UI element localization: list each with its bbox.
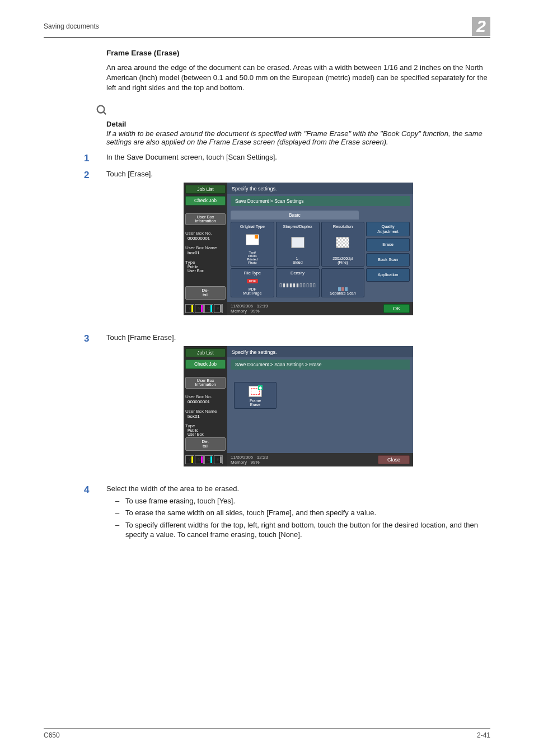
detail-text: If a width to be erased around the docum… [106,129,483,146]
svg-line-1 [104,111,106,114]
detail-icon [95,104,490,118]
footer-memory-value: 99% [251,309,260,314]
simplex-duplex-button[interactable]: Simplex/Duplex 1- Sided [276,222,320,267]
resolution-button[interactable]: Resolution 200x200dpi (Fine) [321,222,365,267]
check-job-button[interactable]: Check Job [185,196,226,206]
step-number: 3 [84,333,106,479]
application-button[interactable]: Application [366,268,410,282]
footer-memory-label: Memory [231,309,247,314]
type-value: Public User Box [185,265,226,273]
footer-date: 11/20/2006 [231,304,253,309]
panel-instruction: Specify the settings. [227,346,413,357]
type-label: Type [185,260,226,265]
step-3-text: Touch [Frame Erase]. [106,333,490,342]
quality-adjustment-button[interactable]: Quality Adjustment [366,222,410,236]
panel-instruction: Specify the settings. [227,183,413,194]
original-type-button[interactable]: Original Type Text/ Photo Printed Photo [231,222,274,267]
close-button[interactable]: Close [378,455,410,464]
step-number: 1 [84,153,106,164]
user-box-info-button[interactable]: User Box Information [185,213,226,225]
erase-button[interactable]: Erase [366,238,410,251]
step-2-text: Touch [Erase]. [106,170,490,178]
separate-scan-button[interactable]: Separate Scan [321,268,365,297]
footer-page: 2-41 [477,731,490,739]
user-box-name-value: box01 [185,250,226,255]
section-intro: An area around the edge of the document … [106,63,490,94]
user-box-no-label: User Box No. [185,231,226,236]
user-box-name-label: User Box Name [185,245,226,250]
tab-basic[interactable]: Basic [231,211,359,220]
running-header: Saving documents [44,22,99,30]
frame-erase-button[interactable]: ◆ Frame Erase [234,382,277,409]
erase-screenshot: Job List Check Job User Box Information … [184,346,413,466]
book-scan-button[interactable]: Book Scan [366,253,410,267]
toner-indicators: YMCK [185,455,226,464]
step-number: 4 [84,484,106,542]
check-job-button[interactable]: Check Job [185,360,226,369]
breadcrumb: Save Document > Scan Settings [231,196,410,206]
step-4-sub-a: To use frame erasing, touch [Yes]. [115,496,490,506]
detail-button[interactable]: De- tail [185,437,226,451]
scan-settings-screenshot: Job List Check Job User Box Information … [184,183,413,315]
step-4-sub-c: To specify different widths for the top,… [115,520,490,540]
breadcrumb: Save Document > Scan Settings > Erase [231,360,410,370]
footer-model: C650 [44,731,60,739]
job-list-button[interactable]: Job List [185,185,226,194]
detail-button[interactable]: De- tail [185,286,226,300]
job-list-button[interactable]: Job List [185,348,226,358]
ok-button[interactable]: OK [383,304,410,313]
step-4-sub-b: To erase the same width on all sides, to… [115,508,490,518]
step-1-text: In the Save Document screen, touch [Scan… [106,153,490,164]
user-box-info-button[interactable]: User Box Information [185,377,226,389]
step-number: 2 [84,170,106,328]
detail-heading: Detail [106,120,490,128]
section-title: Frame Erase (Erase) [106,49,490,57]
user-box-no-value: 000000001 [185,236,226,241]
step-4-text: Select the width of the area to be erase… [106,484,490,493]
chapter-number: 2 [472,17,490,36]
svg-point-0 [97,105,105,113]
footer-time: 12:19 [257,304,268,309]
file-type-button[interactable]: File Type PDF PDF Multi Page [231,268,274,297]
density-button[interactable]: Density ▯▮▮▮▮▮▯▯▯▯▯ [276,268,320,297]
toner-indicators: YMCK [185,304,226,313]
